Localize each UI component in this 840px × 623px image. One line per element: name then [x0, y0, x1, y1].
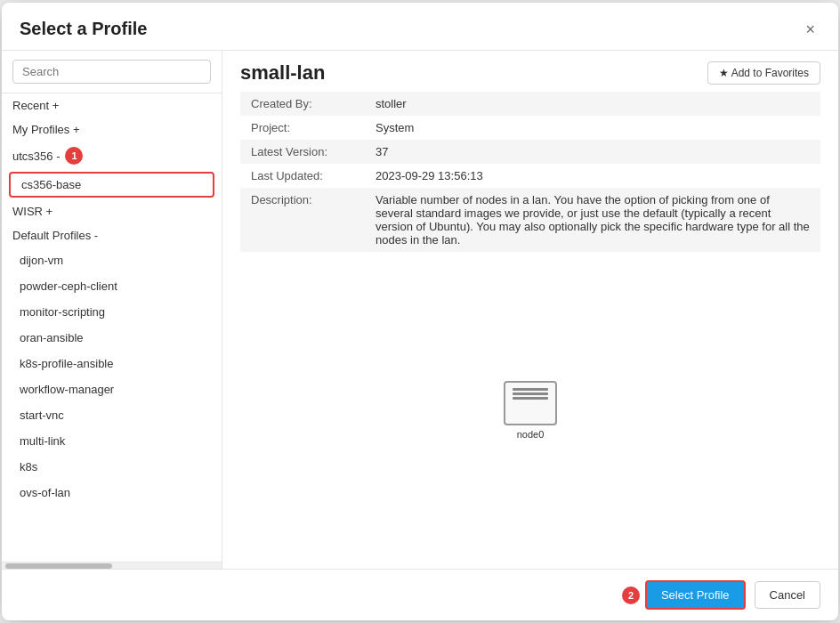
- table-row: Last Updated: 2023-09-29 13:56:13: [240, 164, 820, 188]
- node-line-3: [513, 397, 548, 400]
- table-row: Project: System: [240, 116, 820, 140]
- modal-header: Select a Profile ×: [2, 3, 838, 51]
- content-header: small-lan ★ Add to Favorites: [222, 51, 838, 92]
- profile-item-k8s-profile-ansible[interactable]: k8s-profile-ansible: [2, 351, 222, 376]
- search-container: [2, 51, 222, 93]
- profile-item-workflow-manager[interactable]: workflow-manager: [2, 376, 222, 402]
- sidebar: Recent + My Profiles + utcs356 - 1 cs356…: [2, 51, 222, 569]
- table-row: Description: Variable number of nodes in…: [240, 188, 820, 252]
- detail-key: Project:: [240, 116, 365, 140]
- details-table: Created By: stoller Project: System Late…: [240, 92, 820, 252]
- detail-value: System: [365, 116, 820, 140]
- detail-key: Description:: [240, 188, 365, 252]
- footer-badge-2: 2: [622, 587, 640, 604]
- diagram-area: node0: [222, 252, 838, 569]
- detail-key: Latest Version:: [240, 140, 365, 164]
- detail-value: 2023-09-29 13:56:13: [365, 164, 820, 188]
- node-label: node0: [517, 429, 545, 440]
- table-row: Created By: stoller: [240, 92, 820, 116]
- group-utcs356-label: utcs356 -: [12, 150, 60, 163]
- detail-value: stoller: [365, 92, 820, 116]
- node-line-1: [513, 388, 548, 391]
- detail-value: Variable number of nodes in a lan. You h…: [365, 188, 820, 252]
- profile-item-powder-ceph-client[interactable]: powder-ceph-client: [2, 273, 222, 299]
- profile-item-monitor-scripting[interactable]: monitor-scripting: [2, 299, 222, 325]
- utcs356-badge: 1: [65, 147, 83, 165]
- group-recent[interactable]: Recent +: [2, 93, 222, 117]
- cancel-button[interactable]: Cancel: [755, 581, 820, 609]
- profile-name: small-lan: [240, 61, 325, 85]
- sidebar-list: Recent + My Profiles + utcs356 - 1 cs356…: [2, 93, 222, 562]
- detail-key: Created By:: [240, 92, 365, 116]
- modal-overlay: Select a Profile × Recent + My Profiles …: [0, 0, 840, 623]
- select-profile-button[interactable]: Select Profile: [645, 580, 746, 610]
- modal-body: Recent + My Profiles + utcs356 - 1 cs356…: [2, 51, 838, 569]
- add-favorites-button[interactable]: ★ Add to Favorites: [707, 61, 820, 85]
- group-utcs356[interactable]: utcs356 - 1: [2, 142, 222, 170]
- close-button[interactable]: ×: [800, 20, 820, 39]
- sidebar-scrollbar-area: [2, 562, 222, 569]
- profile-item-oran-ansible[interactable]: oran-ansible: [2, 325, 222, 351]
- node-box: node0: [504, 381, 557, 440]
- modal-title: Select a Profile: [20, 19, 147, 39]
- profile-item-k8s[interactable]: k8s: [2, 454, 222, 480]
- modal: Select a Profile × Recent + My Profiles …: [2, 3, 838, 620]
- group-my-profiles[interactable]: My Profiles +: [2, 117, 222, 142]
- profile-item-ovs-of-lan[interactable]: ovs-of-lan: [2, 480, 222, 506]
- footer-right: 2 Select Profile: [622, 580, 746, 610]
- content-panel: small-lan ★ Add to Favorites Created By:…: [222, 51, 838, 569]
- node-line-2: [513, 392, 548, 395]
- profile-item-start-vnc[interactable]: start-vnc: [2, 402, 222, 428]
- profile-item-multi-link[interactable]: multi-link: [2, 428, 222, 454]
- table-row: Latest Version: 37: [240, 140, 820, 164]
- group-default-profiles[interactable]: Default Profiles -: [2, 223, 222, 247]
- profile-item-cs356-base[interactable]: cs356-base: [9, 172, 214, 198]
- group-wisr[interactable]: WISR +: [2, 199, 222, 223]
- detail-key: Last Updated:: [240, 164, 365, 188]
- sidebar-scrollbar-thumb: [5, 563, 112, 569]
- modal-footer: 2 Select Profile Cancel: [2, 569, 838, 620]
- profile-item-dijon-vm[interactable]: dijon-vm: [2, 247, 222, 273]
- search-input[interactable]: [12, 60, 211, 84]
- detail-value: 37: [365, 140, 820, 164]
- node-lines: [513, 388, 548, 400]
- node-icon: [504, 381, 557, 425]
